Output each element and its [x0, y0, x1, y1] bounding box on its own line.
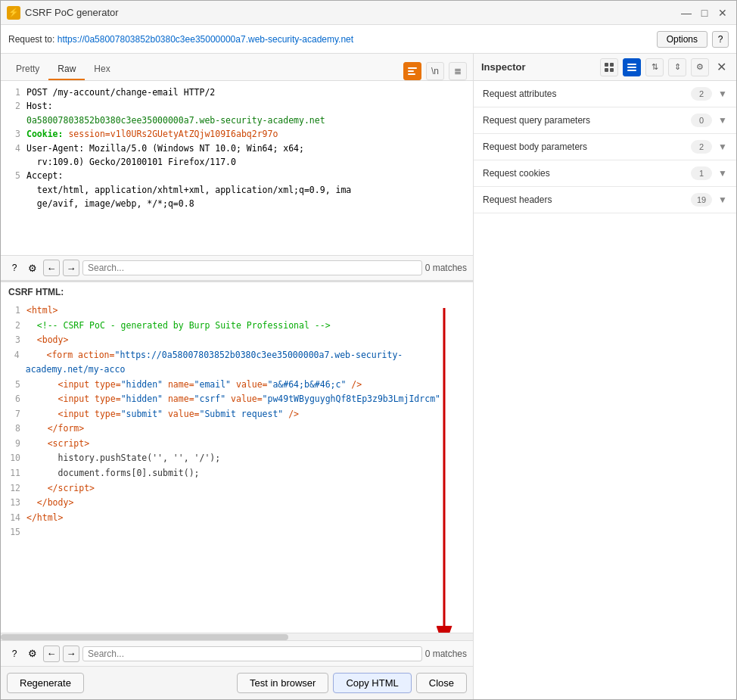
csrf-line-6: 6 <input type="hidden" name="csrf" value…: [8, 392, 465, 407]
inspector-title: Inspector: [481, 61, 596, 73]
csrf-line-13: 13 </body>: [8, 496, 465, 511]
bottom-search-matches: 0 matches: [425, 649, 467, 659]
top-search-bar: ? ⚙ ← → 0 matches: [1, 255, 473, 281]
inspector-gear-button[interactable]: ⚙: [691, 58, 709, 76]
scrollbar-thumb[interactable]: [1, 634, 288, 640]
left-panel: Pretty Raw Hex \n ≣: [1, 54, 474, 699]
tab-raw[interactable]: Raw: [48, 59, 85, 80]
search-matches: 0 matches: [425, 263, 467, 273]
inspector-label-body-params: Request body parameters: [483, 142, 691, 152]
inspector-count-query-params: 0: [691, 114, 712, 127]
svg-rect-7: [605, 68, 608, 72]
bottom-search-gear-button[interactable]: ⚙: [25, 646, 40, 661]
inspector-row-query-params[interactable]: Request query parameters 0 ▼: [474, 107, 736, 133]
svg-rect-8: [610, 68, 614, 72]
csrf-line-4: 4 <form action="https://0a58007803852b03…: [8, 348, 465, 378]
inspector-section-query-params: Request query parameters 0 ▼: [474, 107, 736, 134]
title-bar: ⚡ CSRF PoC generator — □ ✕: [1, 1, 736, 25]
svg-rect-11: [627, 70, 636, 71]
list-icon: [627, 62, 637, 73]
inspector-row-cookies[interactable]: Request cookies 1 ▼: [474, 160, 736, 186]
bottom-search-next-button[interactable]: →: [63, 646, 79, 662]
csrf-line-9: 9 <script>: [8, 437, 465, 452]
csrf-html-label: CSRF HTML:: [1, 282, 473, 300]
minimize-button[interactable]: —: [679, 5, 694, 20]
svg-rect-6: [610, 63, 614, 67]
options-button[interactable]: Options: [657, 31, 707, 48]
chevron-down-icon-1: ▼: [718, 115, 727, 126]
inspector-label-query-params: Request query parameters: [483, 115, 691, 126]
close-dialog-button[interactable]: Close: [416, 673, 467, 693]
csrf-line-7: 7 <input type="submit" value="Submit req…: [8, 407, 465, 422]
svg-rect-2: [408, 73, 415, 75]
url-label: Request to:: [8, 34, 54, 45]
pretty-print-button[interactable]: [403, 62, 421, 80]
request-line-4: 4 User-Agent: Mozilla/5.0 (Windows NT 10…: [8, 142, 465, 170]
csrf-line-10: 10 history.pushState('', '', '/');: [8, 451, 465, 466]
search-next-button[interactable]: →: [63, 260, 79, 276]
pretty-print-icon: [407, 66, 418, 76]
inspector-count-headers: 19: [691, 193, 712, 207]
inspector-list-button[interactable]: [623, 58, 641, 76]
csrf-line-14: 14 </html>: [8, 511, 465, 526]
inspector-row-body-params[interactable]: Request body parameters 2 ▼: [474, 134, 736, 160]
url-bar-actions: Options ?: [657, 31, 729, 48]
inspector-section-body-params: Request body parameters 2 ▼: [474, 134, 736, 160]
bottom-search-prev-button[interactable]: ←: [43, 646, 60, 662]
url-display: Request to: https://0a58007803852b0380c3…: [8, 34, 353, 45]
bottom-search-input[interactable]: [82, 646, 422, 661]
request-line-1: 1 POST /my-account/change-email HTTP/2: [8, 86, 465, 99]
wrap-button[interactable]: ≣: [449, 62, 467, 80]
inspector-sort-desc-button[interactable]: ⇕: [668, 58, 686, 76]
inspector-panel: Inspector ⇅ ⇕: [474, 54, 736, 699]
csrf-line-2: 2 <!-- CSRF PoC - generated by Burp Suit…: [8, 319, 465, 334]
request-line-3: 3 Cookie: session=v1l0URs2GUetyAtZQjw109…: [8, 127, 465, 141]
horizontal-scrollbar[interactable]: [1, 633, 473, 640]
bottom-search-help-button[interactable]: ?: [7, 646, 22, 661]
maximize-button[interactable]: □: [697, 5, 712, 20]
svg-rect-5: [605, 63, 608, 67]
tab-hex[interactable]: Hex: [85, 59, 119, 80]
csrf-line-8: 8 </form>: [8, 422, 465, 437]
request-line-5: 5 Accept: text/html, application/xhtml+x…: [8, 169, 465, 210]
inspector-section-headers: Request headers 19 ▼: [474, 187, 736, 213]
inspector-row-headers[interactable]: Request headers 19 ▼: [474, 187, 736, 213]
grid-icon: [604, 62, 614, 73]
newline-button[interactable]: \n: [426, 62, 444, 80]
inspector-close-button[interactable]: ✕: [714, 60, 729, 75]
test-in-browser-button[interactable]: Test in browser: [237, 673, 328, 693]
chevron-down-icon-2: ▼: [718, 142, 727, 152]
title-bar-left: ⚡ CSRF PoC generator: [7, 6, 119, 20]
url-bar: Request to: https://0a58007803852b0380c3…: [1, 25, 736, 54]
search-prev-button[interactable]: ←: [43, 260, 60, 276]
chevron-down-icon-3: ▼: [718, 168, 727, 179]
inspector-label-cookies: Request cookies: [483, 168, 691, 179]
csrf-line-11: 11 document.forms[0].submit();: [8, 466, 465, 481]
inspector-sort-asc-button[interactable]: ⇅: [645, 58, 664, 76]
app-icon: ⚡: [7, 6, 20, 20]
tab-pretty[interactable]: Pretty: [7, 59, 48, 80]
close-window-button[interactable]: ✕: [715, 5, 730, 20]
window-title: CSRF PoC generator: [25, 7, 119, 18]
svg-rect-0: [408, 67, 417, 69]
search-gear-button[interactable]: ⚙: [25, 260, 40, 275]
request-tabs: Pretty Raw Hex \n ≣: [1, 54, 473, 81]
svg-rect-1: [408, 70, 414, 72]
copy-html-button[interactable]: Copy HTML: [333, 673, 411, 693]
inspector-header: Inspector ⇅ ⇕: [474, 54, 736, 81]
main-window: ⚡ CSRF PoC generator — □ ✕ Request to: h…: [0, 0, 737, 700]
main-area: Pretty Raw Hex \n ≣: [1, 54, 736, 699]
help-button[interactable]: ?: [712, 31, 729, 48]
svg-rect-9: [627, 64, 636, 65]
search-help-button[interactable]: ?: [7, 260, 22, 275]
search-input[interactable]: [82, 260, 422, 275]
regenerate-button[interactable]: Regenerate: [7, 673, 84, 693]
chevron-down-icon-0: ▼: [718, 89, 727, 99]
window-controls: — □ ✕: [679, 5, 730, 20]
inspector-label-request-attributes: Request attributes: [483, 89, 691, 99]
inspector-label-headers: Request headers: [483, 194, 691, 205]
inspector-grid-button[interactable]: [600, 58, 618, 76]
inspector-row-request-attributes[interactable]: Request attributes 2 ▼: [474, 81, 736, 107]
bottom-search-bar: ? ⚙ ← → 0 matches: [1, 640, 473, 666]
url-link: https://0a58007803852b0380c3ee35000000a7…: [58, 34, 353, 45]
